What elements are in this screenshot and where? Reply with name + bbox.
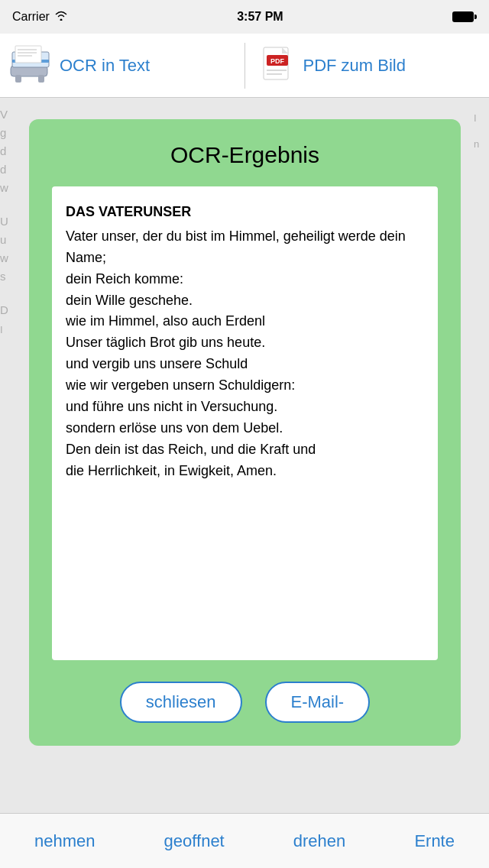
ocr-result-card: OCR-Ergebnis DAS VATERUNSER Vater unser,… bbox=[29, 119, 461, 746]
tab-pdf[interactable]: PDF PDF zum Bild bbox=[261, 46, 482, 86]
tab-ocr-label: OCR in Text bbox=[60, 56, 150, 76]
svg-rect-8 bbox=[38, 75, 44, 83]
bottom-toolbar: nehmen geoffnet drehen Ernte bbox=[0, 813, 489, 868]
svg-rect-3 bbox=[15, 46, 41, 63]
ocr-body: Vater unser, der du bist im Himmel, gehe… bbox=[66, 226, 424, 482]
close-button[interactable]: schliesen bbox=[120, 682, 242, 723]
ocr-result-box[interactable]: DAS VATERUNSER Vater unser, der du bist … bbox=[52, 186, 438, 660]
card-title: OCR-Ergebnis bbox=[170, 142, 319, 168]
toolbar-nehmen[interactable]: nehmen bbox=[34, 831, 96, 851]
carrier-label: Carrier bbox=[12, 10, 68, 24]
bg-document-right: I n bbox=[470, 98, 489, 813]
time-label: 3:57 PM bbox=[237, 10, 283, 24]
tab-pdf-label: PDF zum Bild bbox=[303, 56, 406, 76]
main-content: V g d d w U u w s D I I n OCR-Ergebnis D… bbox=[0, 98, 489, 813]
wifi-icon bbox=[54, 10, 68, 24]
toolbar-geoffnet[interactable]: geoffnet bbox=[164, 831, 225, 851]
tab-ocr[interactable]: OCR in Text bbox=[8, 44, 229, 86]
toolbar-drehen[interactable]: drehen bbox=[293, 831, 346, 851]
svg-text:PDF: PDF bbox=[270, 57, 285, 65]
tab-divider bbox=[244, 43, 245, 89]
svg-rect-7 bbox=[15, 75, 21, 83]
email-button[interactable]: E-Mail- bbox=[265, 682, 371, 723]
pdf-icon: PDF bbox=[261, 46, 297, 86]
carrier-text: Carrier bbox=[12, 10, 50, 24]
ocr-heading: DAS VATERUNSER bbox=[66, 202, 424, 223]
scanner-icon bbox=[8, 44, 53, 86]
tab-navigation: OCR in Text PDF PDF zum Bild bbox=[0, 34, 489, 98]
battery-icon bbox=[452, 11, 477, 22]
status-bar: Carrier 3:57 PM bbox=[0, 0, 489, 34]
toolbar-ernte[interactable]: Ernte bbox=[414, 831, 455, 851]
button-row: schliesen E-Mail- bbox=[120, 682, 370, 723]
